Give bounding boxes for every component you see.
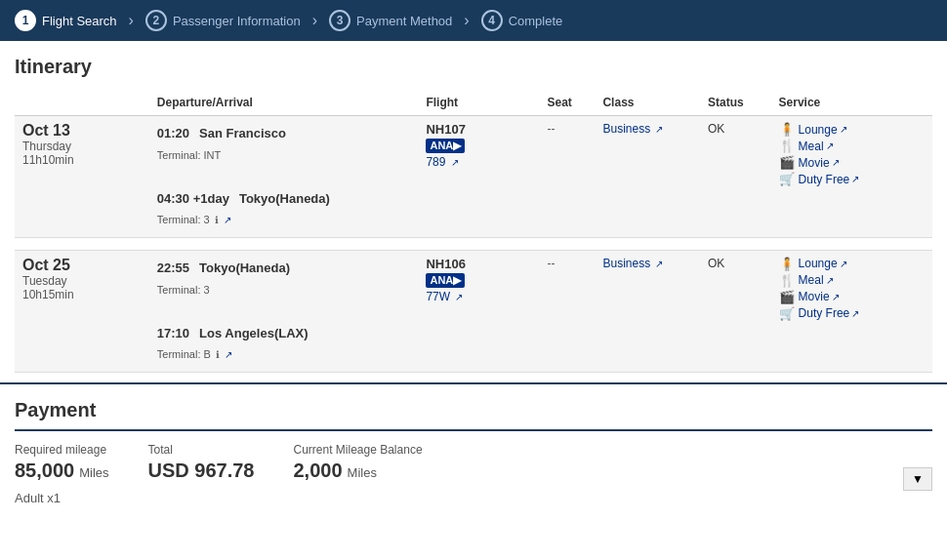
meal-icon: 🍴 bbox=[779, 273, 795, 288]
step-payment-method[interactable]: 3 Payment Method bbox=[329, 10, 452, 31]
total-item: Total USD 967.78 bbox=[148, 443, 255, 482]
payment-grid: Required mileage 85,000 Miles Total USD … bbox=[15, 443, 423, 482]
class-cell: Business ↗ bbox=[595, 250, 700, 372]
dep-arr-cell: 01:20 San Francisco Terminal: INT 04:30 … bbox=[149, 116, 419, 238]
aircraft-link[interactable]: 789 ↗ bbox=[426, 155, 458, 169]
arrive-time: 17:10 bbox=[157, 326, 189, 340]
movie-icon: 🎬 bbox=[779, 290, 795, 304]
service-item: 🍴 Meal ↗ bbox=[779, 273, 925, 288]
service-item: 🎬 Movie ↗ bbox=[779, 155, 925, 170]
lounge-icon: 🧍 bbox=[779, 257, 795, 271]
depart-time: 22:55 bbox=[157, 260, 189, 275]
step-num-4: 4 bbox=[481, 10, 503, 31]
flight-number: NH107 bbox=[426, 122, 531, 137]
service-item: 🎬 Movie ↗ bbox=[779, 290, 925, 304]
itinerary-section: Itinerary Departure/Arrival Flight Seat … bbox=[0, 41, 947, 384]
class-link[interactable]: Business ↗ bbox=[602, 122, 663, 136]
date-cell: Oct 25 Tuesday 10h15min bbox=[15, 250, 149, 372]
depart-city: San Francisco bbox=[199, 126, 286, 140]
table-row: Oct 13 Thursday 11h10min 01:20 San Franc… bbox=[15, 116, 932, 238]
service-link-duty-free[interactable]: Duty Free bbox=[799, 173, 850, 186]
col-dep-arr: Departure/Arrival bbox=[149, 90, 419, 116]
itinerary-title: Itinerary bbox=[15, 56, 932, 78]
service-link-duty-free[interactable]: Duty Free bbox=[799, 306, 850, 320]
service-link-movie[interactable]: Movie bbox=[799, 156, 830, 170]
arrive-terminal: Terminal: 3 ℹ ↗ bbox=[157, 214, 231, 225]
step-sep-1: › bbox=[129, 12, 134, 29]
itinerary-table: Departure/Arrival Flight Seat Class Stat… bbox=[15, 90, 932, 373]
flight-cell: NH106 ANA▶ 77W ↗ bbox=[418, 250, 539, 372]
step-sep-2: › bbox=[312, 12, 317, 29]
depart-city: Tokyo(Haneda) bbox=[199, 260, 290, 275]
step-passenger-info[interactable]: 2 Passenger Information bbox=[145, 10, 301, 31]
service-link-movie[interactable]: Movie bbox=[799, 290, 830, 303]
depart-time: 01:20 bbox=[157, 126, 189, 140]
depart-terminal: Terminal: 3 bbox=[157, 284, 210, 296]
flight-duration: 10h15min bbox=[22, 288, 142, 301]
flight-weekday: Tuesday bbox=[22, 274, 142, 288]
balance-label: Current Mileage Balance bbox=[293, 443, 422, 457]
arrive-city: Tokyo(Haneda) bbox=[239, 191, 330, 206]
total-label: Total bbox=[148, 443, 255, 457]
service-link-lounge[interactable]: Lounge bbox=[799, 123, 838, 137]
terminal-info-icon: ℹ bbox=[216, 349, 220, 360]
duty-free-icon: 🛒 bbox=[779, 306, 795, 321]
payment-title: Payment bbox=[15, 399, 932, 431]
service-item: 🧍 Lounge ↗ bbox=[779, 122, 925, 137]
service-item: 🍴 Meal ↗ bbox=[779, 139, 925, 153]
spacer-row bbox=[15, 237, 932, 250]
progress-bar: 1 Flight Search › 2 Passenger Informatio… bbox=[0, 0, 947, 41]
arrive-time: 04:30 +1day bbox=[157, 191, 229, 206]
dropdown-button[interactable]: ▼ bbox=[903, 467, 932, 491]
movie-icon: 🎬 bbox=[779, 155, 795, 170]
depart-terminal: Terminal: INT bbox=[157, 149, 221, 161]
class-cell: Business ↗ bbox=[595, 116, 700, 238]
flight-weekday: Thursday bbox=[22, 140, 142, 153]
step-num-2: 2 bbox=[145, 10, 167, 31]
external-link-icon: ↗ bbox=[840, 124, 847, 135]
external-link-icon: ↗ bbox=[826, 275, 834, 286]
table-header-row: Departure/Arrival Flight Seat Class Stat… bbox=[15, 90, 932, 116]
step-label-1: Flight Search bbox=[42, 14, 117, 28]
external-link-icon: ↗ bbox=[826, 140, 834, 151]
required-mileage-value: 85,000 bbox=[15, 460, 74, 482]
ana-logo: ANA▶ bbox=[426, 273, 465, 288]
lounge-icon: 🧍 bbox=[779, 122, 795, 137]
seat-cell: -- bbox=[539, 116, 595, 238]
service-link-meal[interactable]: Meal bbox=[799, 273, 824, 287]
step-label-4: Complete bbox=[509, 14, 563, 28]
table-row: Oct 25 Tuesday 10h15min 22:55 Tokyo(Hane… bbox=[15, 250, 932, 372]
dep-arr-cell: 22:55 Tokyo(Haneda) Terminal: 3 17:10 Lo… bbox=[149, 250, 419, 372]
step-complete[interactable]: 4 Complete bbox=[481, 10, 563, 31]
aircraft-link[interactable]: 77W ↗ bbox=[426, 290, 463, 303]
col-class: Class bbox=[595, 90, 700, 116]
step-sep-3: › bbox=[464, 12, 469, 29]
arrive-city: Los Angeles(LAX) bbox=[199, 326, 308, 340]
service-cell: 🧍 Lounge ↗ 🍴 Meal ↗ 🎬 Movie ↗ 🛒 Duty Fre… bbox=[771, 250, 932, 372]
step-num-1: 1 bbox=[15, 10, 36, 31]
col-flight: Flight bbox=[418, 90, 539, 116]
ana-logo: ANA▶ bbox=[426, 139, 465, 153]
terminal-ext-icon: ↗ bbox=[225, 349, 232, 360]
service-item: 🛒 Duty Free ↗ bbox=[779, 306, 925, 321]
arrive-terminal: Terminal: B ℹ ↗ bbox=[157, 348, 232, 360]
meal-icon: 🍴 bbox=[779, 139, 795, 153]
class-link[interactable]: Business ↗ bbox=[602, 257, 663, 270]
service-item: 🧍 Lounge ↗ bbox=[779, 257, 925, 271]
service-item: 🛒 Duty Free ↗ bbox=[779, 172, 925, 186]
duty-free-icon: 🛒 bbox=[779, 172, 795, 186]
col-service: Service bbox=[771, 90, 932, 116]
step-label-2: Passenger Information bbox=[173, 14, 301, 28]
external-link-icon: ↗ bbox=[832, 157, 840, 168]
step-label-3: Payment Method bbox=[356, 14, 452, 28]
required-mileage-unit: Miles bbox=[79, 465, 108, 480]
status-cell: OK bbox=[700, 250, 771, 372]
step-flight-search[interactable]: 1 Flight Search bbox=[15, 10, 117, 31]
dropdown-icon: ▼ bbox=[912, 472, 924, 486]
service-link-lounge[interactable]: Lounge bbox=[799, 257, 838, 270]
total-value: USD 967.78 bbox=[148, 460, 255, 482]
terminal-info-icon: ℹ bbox=[215, 215, 219, 225]
step-num-3: 3 bbox=[329, 10, 350, 31]
service-link-meal[interactable]: Meal bbox=[799, 140, 824, 153]
adult-info: Adult x1 bbox=[15, 491, 932, 505]
